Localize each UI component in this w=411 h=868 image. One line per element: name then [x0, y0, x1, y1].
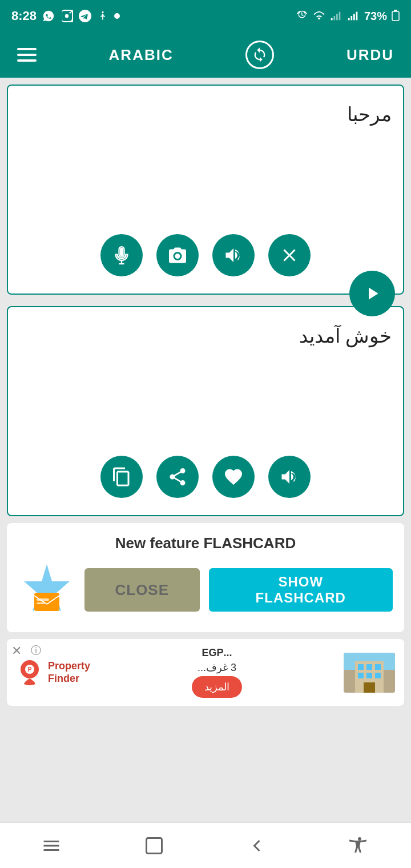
- speaker-target-icon: [279, 467, 300, 487]
- svg-rect-33: [364, 682, 375, 693]
- send-icon: [362, 283, 382, 304]
- swap-languages-button[interactable]: [245, 41, 274, 69]
- svg-rect-6: [348, 18, 350, 21]
- svg-text:P: P: [28, 666, 32, 673]
- flashcard-show-label: SHOWFLASHCARD: [256, 574, 346, 605]
- copy-button[interactable]: [100, 456, 143, 498]
- svg-rect-11: [394, 10, 397, 11]
- property-finder-logo-icon: P: [16, 659, 43, 686]
- status-left: 8:28: [11, 9, 120, 23]
- flashcard-title: New feature FLASHCARD: [115, 535, 296, 552]
- time: 8:28: [11, 9, 37, 23]
- svg-rect-9: [356, 12, 358, 21]
- main-content: مرحبا: [0, 78, 411, 822]
- svg-rect-29: [375, 664, 381, 670]
- svg-rect-34: [147, 838, 162, 853]
- nav-accessibility-icon: [349, 835, 370, 856]
- status-right: 73%: [296, 10, 400, 23]
- svg-rect-31: [366, 673, 372, 678]
- target-text: خوش آمدید: [19, 319, 392, 444]
- svg-rect-27: [358, 664, 364, 670]
- nav-home-button[interactable]: [137, 829, 171, 863]
- svg-rect-4: [336, 14, 338, 20]
- camera-icon: [167, 245, 188, 266]
- target-text-box: خوش آمدید: [7, 306, 404, 516]
- clear-icon: [279, 245, 300, 266]
- target-language-label[interactable]: URDU: [346, 46, 394, 64]
- whatsapp-icon: [42, 10, 55, 22]
- share-button[interactable]: [156, 456, 199, 498]
- app-header: ARABIC URDU: [0, 32, 411, 78]
- menu-line2: [17, 54, 37, 56]
- bottom-navigation: [0, 822, 411, 868]
- signal1-icon: [330, 10, 342, 22]
- speaker-source-button[interactable]: [212, 234, 255, 276]
- flashcard-banner: New feature FLASHCARD CLOSE SHOWFLAS: [7, 523, 404, 632]
- flashcard-row: CLOSE SHOWFLASHCARD: [18, 561, 393, 618]
- ad-logo: P Property Finder: [16, 659, 90, 686]
- svg-rect-5: [339, 12, 341, 21]
- camera-button[interactable]: [156, 234, 199, 276]
- nav-square-icon: [144, 835, 164, 856]
- svg-rect-32: [375, 673, 381, 678]
- ad-image: [344, 653, 395, 693]
- battery-icon: [392, 10, 400, 22]
- svg-rect-8: [353, 14, 355, 20]
- flashcard-show-button[interactable]: SHOWFLASHCARD: [209, 568, 393, 612]
- clear-button[interactable]: [268, 234, 311, 276]
- ad-title: ...EGP: [202, 647, 232, 659]
- flashcard-icon: [18, 561, 75, 618]
- swap-icon: [252, 47, 268, 63]
- svg-rect-12: [120, 248, 123, 256]
- favorite-button[interactable]: [212, 456, 255, 498]
- wifi-icon: [313, 10, 325, 22]
- instagram-icon: [61, 10, 73, 22]
- source-text[interactable]: مرحبا: [19, 97, 392, 223]
- building-image: [344, 653, 395, 693]
- ad-banner: ✕ ⓘ P Property Finder ...EGP 3 غرف... ال…: [7, 639, 404, 706]
- source-language-label[interactable]: ARABIC: [109, 46, 174, 64]
- svg-rect-28: [366, 664, 372, 670]
- status-bar: 8:28 73%: [0, 0, 411, 32]
- menu-line1: [17, 48, 37, 50]
- menu-line3: [17, 59, 37, 62]
- target-actions: [19, 456, 392, 504]
- ad-close-button[interactable]: ✕: [11, 644, 22, 658]
- svg-rect-3: [333, 16, 335, 20]
- ad-text-content: ...EGP 3 غرف... المزيد: [97, 647, 337, 698]
- accessibility-status-icon: [97, 10, 108, 22]
- flashcard-close-button[interactable]: CLOSE: [84, 568, 200, 612]
- svg-point-1: [70, 12, 71, 14]
- notification-dot: [114, 13, 120, 19]
- source-text-box: مرحبا: [7, 85, 404, 295]
- send-translate-button[interactable]: [349, 271, 395, 316]
- nav-back-icon: [247, 835, 267, 856]
- svg-rect-16: [34, 593, 59, 611]
- speaker-target-button[interactable]: [268, 456, 311, 498]
- nav-menu-button[interactable]: [34, 829, 68, 863]
- svg-rect-19: [37, 598, 49, 601]
- favorite-icon: [223, 467, 244, 487]
- nav-accessibility-button[interactable]: [342, 829, 377, 863]
- ad-subtitle: 3 غرف...: [198, 661, 236, 674]
- ad-action-button[interactable]: المزيد: [192, 676, 242, 698]
- svg-rect-30: [358, 673, 364, 678]
- svg-rect-2: [331, 18, 333, 21]
- alarm-icon: [296, 10, 308, 22]
- signal2-icon: [347, 10, 360, 22]
- microphone-button[interactable]: [100, 234, 143, 276]
- svg-point-0: [65, 14, 68, 18]
- battery: 73%: [364, 10, 387, 23]
- source-actions: [19, 234, 392, 282]
- share-icon: [167, 467, 188, 487]
- starburst-svg: [18, 561, 75, 618]
- microphone-icon: [111, 245, 132, 266]
- nav-menu-icon: [41, 835, 62, 856]
- ad-info-button[interactable]: ⓘ: [31, 644, 41, 657]
- telegram-icon: [79, 10, 91, 22]
- ad-brand-text: Property Finder: [48, 660, 90, 685]
- speaker-source-icon: [223, 245, 244, 266]
- svg-rect-7: [350, 16, 352, 20]
- nav-back-button[interactable]: [240, 829, 274, 863]
- menu-button[interactable]: [17, 48, 37, 62]
